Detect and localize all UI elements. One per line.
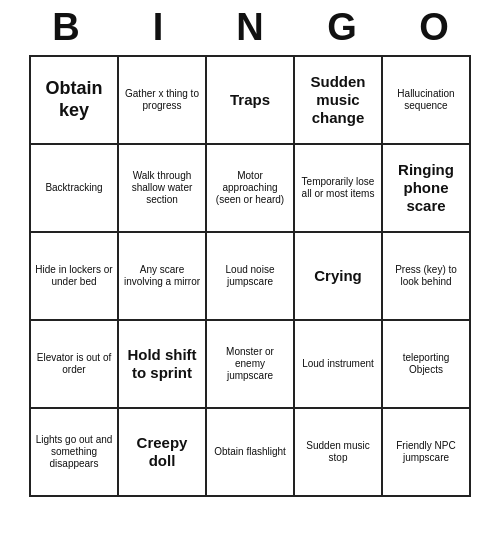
bingo-cell: Crying [295, 233, 383, 321]
bingo-cell: Loud instrument [295, 321, 383, 409]
bingo-cell: Press (key) to look behind [383, 233, 471, 321]
bingo-cell: Backtracking [31, 145, 119, 233]
title-letter: O [396, 6, 472, 49]
bingo-cell: Hallucination sequence [383, 57, 471, 145]
bingo-cell: Elevator is out of order [31, 321, 119, 409]
bingo-cell: Hide in lockers or under bed [31, 233, 119, 321]
title-letter: N [212, 6, 288, 49]
bingo-cell: Walk through shallow water section [119, 145, 207, 233]
bingo-cell: Lights go out and something disappears [31, 409, 119, 497]
bingo-cell: Sudden music change [295, 57, 383, 145]
bingo-cell: Obtain key [31, 57, 119, 145]
title-letter: I [120, 6, 196, 49]
bingo-cell: teleporting Objects [383, 321, 471, 409]
bingo-cell: Hold shift to sprint [119, 321, 207, 409]
bingo-cell: Creepy doll [119, 409, 207, 497]
bingo-cell: Friendly NPC jumpscare [383, 409, 471, 497]
bingo-cell: Motor approaching (seen or heard) [207, 145, 295, 233]
bingo-title: BINGO [20, 0, 480, 51]
bingo-cell: Sudden music stop [295, 409, 383, 497]
bingo-cell: Monster or enemy jumpscare [207, 321, 295, 409]
bingo-cell: Any scare involving a mirror [119, 233, 207, 321]
bingo-cell: Gather x thing to progress [119, 57, 207, 145]
bingo-cell: Obtain flashlight [207, 409, 295, 497]
bingo-cell: Loud noise jumpscare [207, 233, 295, 321]
bingo-cell: Ringing phone scare [383, 145, 471, 233]
bingo-cell: Temporarily lose all or most items [295, 145, 383, 233]
bingo-grid: Obtain keyGather x thing to progressTrap… [29, 55, 471, 497]
title-letter: G [304, 6, 380, 49]
title-letter: B [28, 6, 104, 49]
bingo-cell: Traps [207, 57, 295, 145]
